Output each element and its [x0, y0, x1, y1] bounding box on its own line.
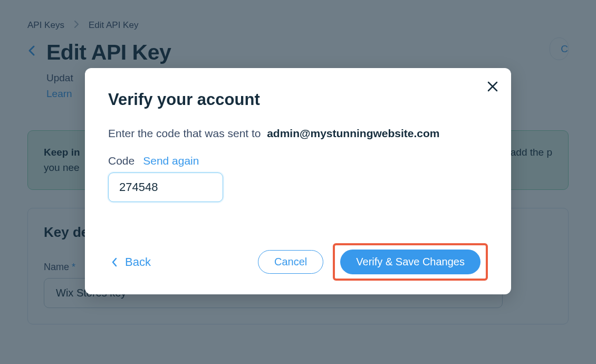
code-label: Code: [108, 155, 134, 167]
chevron-left-icon: [111, 257, 118, 267]
code-label-row: Code Send again: [108, 155, 488, 167]
back-button[interactable]: Back: [108, 253, 154, 271]
modal-footer: Back Cancel Verify & Save Changes: [108, 243, 488, 281]
modal-prompt: Enter the code that was sent to admin@my…: [108, 127, 488, 140]
verify-save-button[interactable]: Verify & Save Changes: [340, 250, 480, 274]
back-button-label: Back: [125, 255, 151, 269]
close-icon[interactable]: [487, 81, 498, 94]
cancel-button[interactable]: Cancel: [258, 250, 323, 274]
verification-email: admin@mystunningwebsite.com: [267, 127, 439, 139]
modal-title: Verify your account: [108, 90, 488, 109]
modal-overlay: Verify your account Enter the code that …: [0, 0, 596, 364]
code-input[interactable]: [108, 173, 223, 202]
send-again-link[interactable]: Send again: [143, 155, 199, 167]
verify-button-highlight: Verify & Save Changes: [333, 243, 488, 281]
verify-account-modal: Verify your account Enter the code that …: [85, 68, 511, 294]
